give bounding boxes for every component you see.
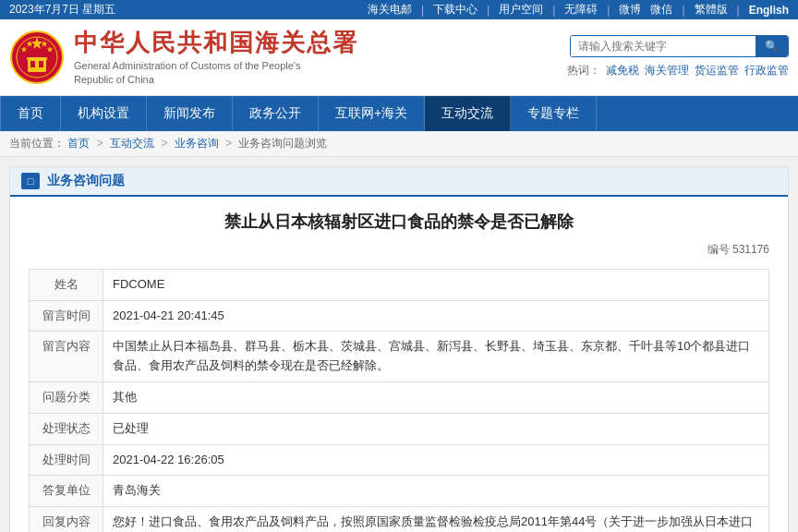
field-value: 青岛海关 xyxy=(103,476,769,507)
nav-item-internet[interactable]: 互联网+海关 xyxy=(319,96,425,131)
field-value: 您好！进口食品、食用农产品及饲料产品，按照原国家质量监督检验检疫总局2011年第… xyxy=(103,507,769,532)
main-content: □ 业务咨询问题 禁止从日本核辐射区进口食品的禁令是否已解除 编号 531176… xyxy=(0,157,798,532)
search-input[interactable] xyxy=(571,36,756,56)
field-value: 2021-04-22 16:26:05 xyxy=(103,444,769,476)
weibo-icon[interactable]: 微博 xyxy=(619,2,641,18)
date-label: 2023年7月7日 星期五 xyxy=(9,2,115,18)
hot-label: 热词： xyxy=(567,63,600,79)
top-bar-left: 2023年7月7日 星期五 xyxy=(9,2,115,18)
logo-area: 中华人民共和国海关总署 General Administration of Cu… xyxy=(9,27,358,88)
table-row: 处理状态已处理 xyxy=(30,413,769,444)
field-label: 留言时间 xyxy=(30,300,103,332)
nav-item-special[interactable]: 专题专栏 xyxy=(511,96,597,131)
field-value: FDCOME xyxy=(103,269,769,300)
nav-item-gov[interactable]: 政务公开 xyxy=(233,96,319,131)
breadcrumb-item-0[interactable]: 首页 xyxy=(67,137,90,150)
content-box: □ 业务咨询问题 禁止从日本核辐射区进口食品的禁令是否已解除 编号 531176… xyxy=(9,166,789,532)
breadcrumb-item-3: 业务咨询问题浏览 xyxy=(238,137,327,150)
field-value: 中国禁止从日本福岛县、群马县、栃木县、茨城县、宫城县、新泻县、长野县、埼玉县、东… xyxy=(103,332,769,382)
breadcrumb-item-2[interactable]: 业务咨询 xyxy=(175,137,219,150)
top-link-english[interactable]: English xyxy=(749,4,789,17)
top-link-download[interactable]: 下载中心 xyxy=(433,2,478,18)
field-label: 问题分类 xyxy=(30,381,103,413)
table-row: 回复内容您好！进口食品、食用农产品及饲料产品，按照原国家质量监督检验检疫总局20… xyxy=(30,507,769,532)
nav-item-interaction[interactable]: 互动交流 xyxy=(425,96,511,131)
svg-rect-8 xyxy=(30,61,35,67)
table-row: 答复单位青岛海关 xyxy=(30,476,769,507)
top-link-traditional[interactable]: 繁體版 xyxy=(695,2,728,18)
field-value: 2021-04-21 20:41:45 xyxy=(103,300,769,332)
nav-item-news[interactable]: 新闻发布 xyxy=(147,96,233,131)
field-label: 回复内容 xyxy=(30,507,103,532)
svg-rect-9 xyxy=(39,61,43,67)
emblem-icon xyxy=(9,30,65,85)
search-button[interactable]: 🔍 xyxy=(756,36,788,56)
top-bar-right: 海关电邮 | 下载中心 | 用户空间 | 无障碍 | 微博 微信 | 繁體版 |… xyxy=(368,2,789,18)
content-header: □ 业务咨询问题 xyxy=(10,167,788,197)
breadcrumb-item-1[interactable]: 互动交流 xyxy=(110,137,154,150)
hot-link-0[interactable]: 减免税 xyxy=(606,63,639,79)
table-row: 处理时间2021-04-22 16:26:05 xyxy=(30,444,769,476)
breadcrumb: 当前位置： 首页 > 互动交流 > 业务咨询 > 业务咨询问题浏览 xyxy=(0,131,798,157)
search-box: 🔍 xyxy=(570,35,789,57)
hot-link-1[interactable]: 海关管理 xyxy=(645,63,689,79)
field-value: 已处理 xyxy=(103,413,769,444)
field-label: 姓名 xyxy=(30,269,103,300)
id-label: 编号 xyxy=(707,243,730,256)
nav-item-home[interactable]: 首页 xyxy=(0,96,61,131)
form-area: 禁止从日本核辐射区进口食品的禁令是否已解除 编号 531176 姓名FDCOME… xyxy=(10,197,788,532)
table-row: 姓名FDCOME xyxy=(30,269,769,300)
top-link-accessibility[interactable]: 无障碍 xyxy=(564,2,598,18)
section-icon: □ xyxy=(21,173,40,189)
top-bar: 2023年7月7日 星期五 海关电邮 | 下载中心 | 用户空间 | 无障碍 |… xyxy=(0,0,798,19)
page-title: 禁止从日本核辐射区进口食品的禁令是否已解除 xyxy=(29,211,769,233)
field-label: 答复单位 xyxy=(30,476,103,507)
id-value: 531176 xyxy=(732,243,769,256)
wechat-icon[interactable]: 微信 xyxy=(650,2,672,18)
table-row: 问题分类其他 xyxy=(30,381,769,413)
hot-link-3[interactable]: 行政监管 xyxy=(744,63,789,79)
hot-links: 热词： 减免税 海关管理 货运监管 行政监管 xyxy=(567,63,789,79)
table-row: 留言时间2021-04-21 20:41:45 xyxy=(30,300,769,332)
hot-link-2[interactable]: 货运监管 xyxy=(695,63,739,79)
top-link-user[interactable]: 用户空间 xyxy=(499,2,543,18)
field-label: 留言内容 xyxy=(30,332,103,382)
info-table: 姓名FDCOME留言时间2021-04-21 20:41:45留言内容中国禁止从… xyxy=(29,269,769,532)
field-label: 处理时间 xyxy=(30,444,103,476)
nav-item-org[interactable]: 机构设置 xyxy=(61,96,147,131)
breadcrumb-label: 当前位置： xyxy=(9,137,65,150)
logo-text-group: 中华人民共和国海关总署 General Administration of Cu… xyxy=(74,27,358,88)
table-row: 留言内容中国禁止从日本福岛县、群马县、栃木县、茨城县、宫城县、新泻县、长野县、埼… xyxy=(30,332,769,382)
top-link-email[interactable]: 海关电邮 xyxy=(368,2,412,18)
field-label: 处理状态 xyxy=(30,413,103,444)
section-title: 业务咨询问题 xyxy=(47,173,125,189)
id-line: 编号 531176 xyxy=(29,242,769,258)
site-title-cn: 中华人民共和国海关总署 xyxy=(74,27,358,59)
main-nav: 首页 机构设置 新闻发布 政务公开 互联网+海关 互动交流 专题专栏 xyxy=(0,96,798,131)
header: 中华人民共和国海关总署 General Administration of Cu… xyxy=(0,19,798,96)
site-title-en: General Administration of Customs of the… xyxy=(74,59,332,88)
search-area: 🔍 热词： 减免税 海关管理 货运监管 行政监管 xyxy=(567,35,789,79)
field-value: 其他 xyxy=(103,381,769,413)
svg-rect-10 xyxy=(27,57,47,60)
